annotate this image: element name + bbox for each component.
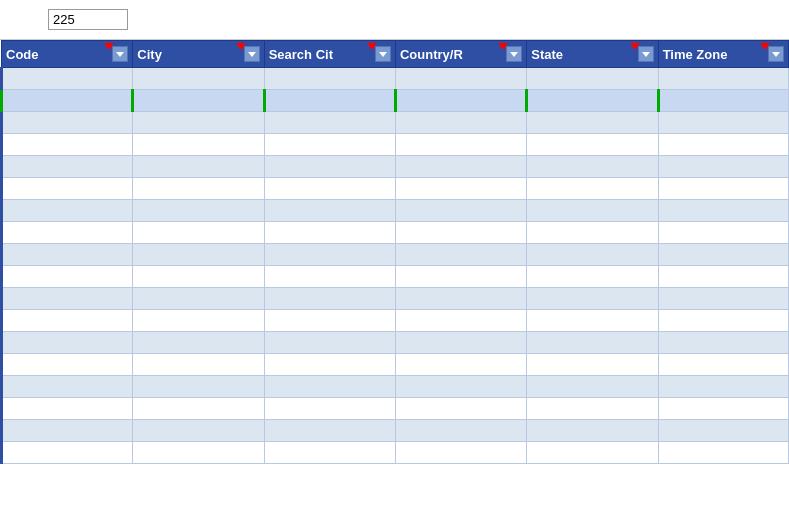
table-cell bbox=[658, 178, 788, 200]
column-header-timezone[interactable]: Time Zone bbox=[658, 41, 788, 68]
table-cell bbox=[395, 442, 526, 464]
table-cell bbox=[264, 266, 395, 288]
table-cell bbox=[133, 398, 264, 420]
table-cell bbox=[395, 200, 526, 222]
table-cell bbox=[527, 200, 658, 222]
table-row[interactable] bbox=[2, 244, 789, 266]
table-cell bbox=[658, 376, 788, 398]
table-cell bbox=[2, 266, 133, 288]
table-row[interactable] bbox=[2, 266, 789, 288]
dropdown-arrow-state[interactable] bbox=[638, 46, 654, 62]
table-cell bbox=[264, 376, 395, 398]
column-header-search_city[interactable]: Search Cit bbox=[264, 41, 395, 68]
table-row[interactable] bbox=[2, 178, 789, 200]
table-cell bbox=[395, 244, 526, 266]
table-row[interactable] bbox=[2, 68, 789, 90]
table-row[interactable] bbox=[2, 134, 789, 156]
table-cell bbox=[395, 420, 526, 442]
table-row[interactable] bbox=[2, 420, 789, 442]
table-cell bbox=[658, 398, 788, 420]
table-cell bbox=[527, 310, 658, 332]
table-cell bbox=[264, 354, 395, 376]
table-cell bbox=[133, 112, 264, 134]
dropdown-arrow-timezone[interactable] bbox=[768, 46, 784, 62]
table-cell bbox=[395, 332, 526, 354]
table-row[interactable] bbox=[2, 442, 789, 464]
table-cell bbox=[527, 288, 658, 310]
table-header-row: CodeCitySearch CitCountry/RStateTime Zon… bbox=[2, 41, 789, 68]
table-cell bbox=[658, 112, 788, 134]
table-cell bbox=[395, 178, 526, 200]
table-cell bbox=[133, 222, 264, 244]
table-cell bbox=[2, 398, 133, 420]
column-label-country: Country/R bbox=[400, 47, 463, 62]
dropdown-arrow-code[interactable] bbox=[112, 46, 128, 62]
column-header-state[interactable]: State bbox=[527, 41, 658, 68]
table-cell bbox=[658, 90, 788, 112]
table-cell bbox=[264, 288, 395, 310]
table-cell bbox=[264, 310, 395, 332]
table-row[interactable] bbox=[2, 222, 789, 244]
table-cell bbox=[264, 134, 395, 156]
dropdown-arrow-country[interactable] bbox=[506, 46, 522, 62]
table-row[interactable] bbox=[2, 310, 789, 332]
table-cell bbox=[658, 310, 788, 332]
table-cell bbox=[2, 134, 133, 156]
table-cell bbox=[658, 244, 788, 266]
table-cell bbox=[2, 222, 133, 244]
dropdown-arrow-city[interactable] bbox=[244, 46, 260, 62]
table-cell bbox=[264, 398, 395, 420]
table-row[interactable] bbox=[2, 398, 789, 420]
table-cell bbox=[264, 332, 395, 354]
table-cell bbox=[658, 442, 788, 464]
table-cell bbox=[527, 178, 658, 200]
table-cell bbox=[658, 134, 788, 156]
table-cell bbox=[264, 156, 395, 178]
table-cell bbox=[658, 354, 788, 376]
search-area bbox=[40, 9, 128, 30]
column-header-country[interactable]: Country/R bbox=[395, 41, 526, 68]
table-cell bbox=[658, 288, 788, 310]
table-cell bbox=[527, 332, 658, 354]
table-row[interactable] bbox=[2, 200, 789, 222]
table-cell bbox=[527, 68, 658, 90]
table-cell bbox=[2, 156, 133, 178]
table-cell bbox=[264, 178, 395, 200]
table-row[interactable] bbox=[2, 90, 789, 112]
table-row[interactable] bbox=[2, 376, 789, 398]
table-cell bbox=[133, 134, 264, 156]
table-cell bbox=[2, 90, 133, 112]
table-row[interactable] bbox=[2, 288, 789, 310]
dropdown-arrow-search_city[interactable] bbox=[375, 46, 391, 62]
table-cell bbox=[2, 354, 133, 376]
search-input[interactable] bbox=[48, 9, 128, 30]
table-cell bbox=[2, 310, 133, 332]
table-row[interactable] bbox=[2, 112, 789, 134]
table-row[interactable] bbox=[2, 354, 789, 376]
table-cell bbox=[133, 244, 264, 266]
table-cell bbox=[395, 90, 526, 112]
table-cell bbox=[395, 112, 526, 134]
column-header-code[interactable]: Code bbox=[2, 41, 133, 68]
table-row[interactable] bbox=[2, 332, 789, 354]
column-label-city: City bbox=[137, 47, 162, 62]
table-cell bbox=[2, 68, 133, 90]
table-cell bbox=[395, 354, 526, 376]
table-cell bbox=[527, 112, 658, 134]
table-row[interactable] bbox=[2, 156, 789, 178]
table-cell bbox=[658, 266, 788, 288]
table-cell bbox=[527, 398, 658, 420]
table-cell bbox=[395, 68, 526, 90]
table-cell bbox=[527, 442, 658, 464]
table-cell bbox=[264, 90, 395, 112]
table-cell bbox=[264, 200, 395, 222]
table-cell bbox=[2, 376, 133, 398]
table-cell bbox=[395, 310, 526, 332]
table-cell bbox=[527, 222, 658, 244]
table-cell bbox=[395, 266, 526, 288]
table-cell bbox=[133, 156, 264, 178]
table-cell bbox=[658, 156, 788, 178]
top-bar bbox=[0, 0, 789, 40]
column-header-city[interactable]: City bbox=[133, 41, 264, 68]
table-cell bbox=[2, 442, 133, 464]
